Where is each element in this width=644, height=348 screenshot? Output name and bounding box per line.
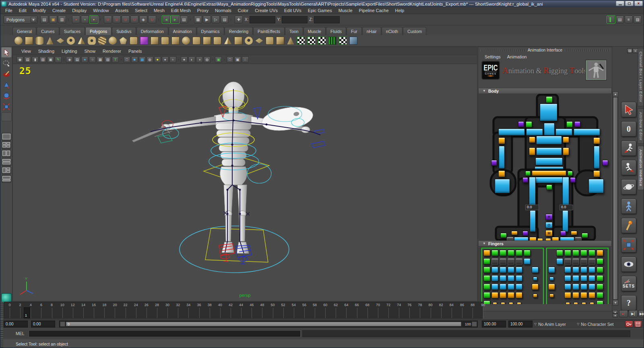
finger-left-cell[interactable]	[532, 292, 539, 300]
finger-left-cell[interactable]	[508, 300, 515, 304]
space-switcher-button[interactable]	[621, 179, 636, 195]
poly-pyramid-icon[interactable]	[76, 36, 86, 46]
time-slider-grip[interactable]	[0, 302, 3, 319]
viewport-canvas[interactable]: Y 25 persp	[13, 64, 477, 301]
fill-hole-icon[interactable]	[244, 36, 254, 46]
finger-left-cell[interactable]	[508, 275, 515, 283]
rig-rom-r-btn[interactable]: R	[545, 214, 553, 220]
poly-platonic-icon[interactable]	[118, 36, 128, 46]
select-arrow-button[interactable]	[621, 102, 636, 117]
menu-pipeline-cache[interactable]: Pipeline Cache	[356, 8, 392, 13]
auto-key-icon[interactable]	[625, 321, 633, 327]
rig-heel-orange-r[interactable]	[571, 231, 577, 235]
sculpt-tool-icon[interactable]	[129, 36, 138, 46]
paint-select-tool-button[interactable]	[1, 69, 12, 79]
render-settings-icon[interactable]: ▤	[221, 16, 229, 23]
finger-right-cell[interactable]	[588, 284, 596, 292]
rig-spine3[interactable]	[536, 136, 562, 145]
shelf-tab-animation[interactable]: Animation	[169, 27, 196, 35]
wire-cube-icon[interactable]: □	[227, 56, 233, 63]
rig-head-top[interactable]	[546, 96, 553, 103]
finger-left-cell[interactable]	[532, 267, 539, 275]
material-ball-1-icon[interactable]: ●	[181, 56, 188, 63]
menu-edit-uvs[interactable]: Edit UVs	[281, 8, 305, 13]
finger-right-cell[interactable]	[572, 258, 580, 266]
side-tab-animation-interface[interactable]: Animation Interface	[638, 146, 644, 190]
finger-left-cell[interactable]	[516, 300, 523, 304]
finger-right-cell[interactable]	[572, 300, 580, 304]
uv-grid-icon[interactable]	[328, 36, 337, 46]
visibility-button[interactable]	[621, 257, 636, 272]
poly-helix-icon[interactable]	[97, 36, 107, 46]
checker-ball-icon[interactable]: ◍	[147, 56, 153, 63]
rig-toe-l[interactable]	[537, 238, 543, 240]
finger-right-cell[interactable]	[580, 267, 588, 275]
menu-create-uvs[interactable]: Create UVs	[252, 8, 281, 13]
rig-elbow-l[interactable]	[498, 137, 505, 144]
poly-plane-icon[interactable]	[56, 36, 65, 46]
finger-left-cell[interactable]	[491, 258, 499, 266]
shelf-tab-toon[interactable]: Toon	[285, 27, 303, 35]
rig-hip-bar[interactable]	[535, 177, 564, 183]
playback-end-field[interactable]: 100.00	[482, 321, 506, 327]
rig-heel-green-r[interactable]	[582, 233, 588, 238]
material-ball-4-icon[interactable]: ◍	[204, 56, 211, 63]
menu-help[interactable]: Help	[392, 8, 408, 13]
layout-button-5[interactable]	[2, 167, 11, 174]
rig-hand-purple-l[interactable]	[491, 160, 497, 166]
character-thumbnail[interactable]	[586, 60, 606, 80]
snap-curve-icon[interactable]: ∪	[113, 16, 121, 23]
gate-mask-icon[interactable]: ○	[89, 56, 96, 63]
menu-create[interactable]: Create	[49, 8, 69, 13]
shelf-tab-subdivs[interactable]: Subdivs	[112, 27, 136, 35]
triangulate-icon[interactable]	[223, 36, 233, 46]
split-mesh-icon[interactable]	[265, 36, 275, 46]
range-end-handle[interactable]	[472, 321, 477, 327]
finger-right-cell[interactable]	[548, 275, 556, 283]
rig-pelvis-bottom-green[interactable]	[546, 184, 552, 190]
range-slider-bar[interactable]	[66, 322, 461, 326]
menu-window[interactable]: Window	[90, 8, 112, 13]
body-picker[interactable]: 0.00.0ROM	[478, 94, 611, 240]
finger-left-cell[interactable]	[500, 258, 507, 266]
command-line-output[interactable]	[302, 330, 630, 337]
select-object-icon[interactable]: ▪	[81, 16, 89, 23]
help-button[interactable]: ?	[621, 295, 636, 311]
rig-arm-l[interactable]	[499, 146, 505, 169]
rig-shin-r[interactable]	[562, 210, 568, 232]
finger-right-cell[interactable]	[597, 292, 604, 300]
float-panel-icon[interactable]	[627, 48, 632, 53]
finger-right-cell[interactable]	[588, 250, 596, 258]
art-menu-settings[interactable]: Settings	[481, 54, 504, 60]
menu-proxy[interactable]: Proxy	[194, 8, 212, 13]
step-forward-frame-icon[interactable]: ▸|	[619, 310, 628, 317]
fingers-section-header[interactable]: ▼ Fingers	[478, 240, 612, 246]
lasso-tool-button[interactable]	[1, 58, 12, 68]
finger-right-cell[interactable]	[548, 267, 556, 275]
perspective-viewport[interactable]: ViewShadingLightingShowRendererPanels ◉▤…	[12, 47, 477, 301]
gate-icon[interactable]: ◈	[66, 56, 73, 63]
camera-lock-icon[interactable]: ◉	[17, 56, 23, 63]
rig-clav-l-outer[interactable]	[498, 128, 525, 136]
image-plane-icon[interactable]: ▧	[39, 56, 46, 63]
move-tool-button[interactable]	[1, 80, 12, 90]
range-start-handle[interactable]	[60, 321, 65, 327]
finger-right-cell[interactable]	[564, 267, 572, 275]
chevron-down-icon[interactable]: ▽	[534, 322, 537, 326]
rig-pelvis-green-r[interactable]	[568, 171, 573, 176]
finger-left-cell[interactable]	[500, 300, 507, 304]
shelf-tab-ncloth[interactable]: nCloth	[382, 27, 402, 35]
picker-scrollbar[interactable]: ▲ ▼	[613, 91, 618, 306]
menu-normals[interactable]: Normals	[212, 8, 235, 13]
rig-hand-purple-r[interactable]	[602, 160, 608, 166]
uv-checker-c-icon[interactable]	[317, 36, 327, 46]
finger-right-cell[interactable]	[597, 300, 604, 304]
rig-hip-purple-r[interactable]	[570, 177, 576, 183]
make-live-icon[interactable]: ∪	[148, 16, 156, 23]
finger-right-cell[interactable]	[580, 292, 588, 300]
pose-tools-button[interactable]	[621, 237, 636, 253]
scrollbar-thumb[interactable]	[613, 97, 618, 300]
poly-cone-icon[interactable]	[45, 36, 55, 46]
anim-start-field[interactable]: 0.00	[4, 321, 28, 327]
rig-spine0[interactable]	[535, 166, 564, 170]
